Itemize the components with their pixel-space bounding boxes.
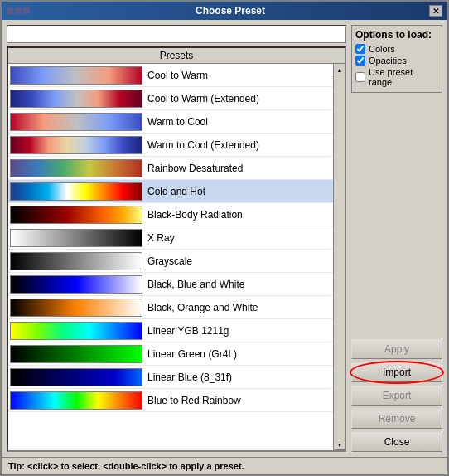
preset-item-rainbow-desaturated[interactable]: Rainbow Desaturated (8, 157, 333, 180)
left-panel: Presets Cool to WarmCool to Warm (Extend… (7, 25, 346, 452)
apply-button[interactable]: Apply (351, 339, 442, 359)
list-with-scroll: Cool to WarmCool to Warm (Extended)Warm … (8, 64, 345, 450)
preset-item-cold-and-hot[interactable]: Cold and Hot (8, 180, 333, 203)
use-preset-range-label: Use preset range (369, 67, 438, 87)
presets-header-label: Presets (12, 50, 341, 61)
preset-label-warm-to-cool: Warm to Cool (147, 116, 208, 128)
preset-gradient-black-body-radiation (10, 206, 142, 224)
remove-button[interactable]: Remove (351, 409, 442, 429)
preset-item-x-ray[interactable]: X Ray (8, 226, 333, 250)
scroll-up-button[interactable]: ▲ (334, 64, 345, 75)
buttons-section: Apply Import Export Remove Close (351, 339, 442, 452)
preset-label-black-orange-white: Black, Orange and White (147, 302, 258, 313)
preset-item-black-body-radiation[interactable]: Black-Body Radiation (8, 203, 333, 226)
preset-item-warm-to-cool-extended[interactable]: Warm to Cool (Extended) (8, 134, 333, 157)
window-title: Choose Preset (31, 5, 429, 17)
tip-bold: Tip: <click> to select, <double-click> t… (8, 461, 244, 471)
tip-bar: Tip: <click> to select, <double-click> t… (2, 457, 447, 474)
opacities-checkbox[interactable] (355, 56, 365, 66)
preset-label-black-body-radiation: Black-Body Radiation (147, 209, 243, 221)
preset-label-blue-to-red-rainbow: Blue to Red Rainbow (147, 395, 241, 406)
colors-checkbox-row: Colors (355, 44, 438, 54)
preset-item-linear-green-gr4l[interactable]: Linear Green (Gr4L) (8, 342, 333, 366)
title-bar: Choose Preset ✕ (2, 2, 447, 20)
preset-label-black-blue-white: Black, Blue and White (147, 279, 244, 290)
preset-item-grayscale[interactable]: Grayscale (8, 250, 333, 273)
presets-list-container: Presets Cool to WarmCool to Warm (Extend… (7, 46, 346, 452)
preset-gradient-cold-and-hot (10, 182, 142, 201)
import-button[interactable]: Import (351, 362, 442, 382)
preset-gradient-rainbow-desaturated (10, 159, 142, 177)
colors-label: Colors (369, 44, 395, 54)
options-title: Options to load: (355, 29, 438, 41)
preset-item-cool-to-warm[interactable]: Cool to Warm (8, 64, 333, 87)
preset-item-blue-to-red-rainbow[interactable]: Blue to Red Rainbow (8, 389, 333, 412)
preset-item-linear-ygb-1211g[interactable]: Linear YGB 1211g (8, 319, 333, 342)
preset-gradient-black-orange-white (10, 299, 142, 317)
title-bar-icons (7, 7, 30, 14)
preset-item-black-blue-white[interactable]: Black, Blue and White (8, 273, 333, 296)
use-preset-range-checkbox-row: Use preset range (355, 67, 438, 87)
close-button[interactable]: Close (351, 432, 442, 452)
colors-checkbox[interactable] (355, 44, 365, 54)
use-preset-range-checkbox[interactable] (355, 72, 365, 82)
preset-gradient-linear-green-gr4l (10, 345, 142, 363)
close-window-button[interactable]: ✕ (429, 5, 442, 17)
scroll-down-button[interactable]: ▼ (334, 439, 345, 450)
preset-label-x-ray: X Ray (147, 232, 175, 244)
preset-label-cool-to-warm: Cool to Warm (147, 70, 208, 81)
preset-label-grayscale: Grayscale (147, 255, 192, 267)
preset-item-cool-to-warm-extended[interactable]: Cool to Warm (Extended) (8, 87, 333, 110)
choose-preset-window: Choose Preset ✕ Presets Cool to WarmCool… (0, 0, 449, 476)
preset-gradient-cool-to-warm-extended (10, 90, 142, 108)
scrollbar[interactable]: ▲ ▼ (333, 64, 345, 450)
scroll-track (334, 75, 345, 439)
preset-gradient-x-ray (10, 229, 142, 247)
export-button[interactable]: Export (351, 386, 442, 406)
preset-label-warm-to-cool-extended: Warm to Cool (Extended) (147, 139, 259, 151)
tip-text: Tip: <click> to select, <double-click> t… (8, 461, 244, 471)
preset-label-linear-green-gr4l: Linear Green (Gr4L) (147, 348, 237, 360)
preset-gradient-linear-ygb-1211g (10, 322, 142, 340)
main-content: Presets Cool to WarmCool to Warm (Extend… (2, 20, 447, 457)
preset-label-linear-ygb-1211g: Linear YGB 1211g (147, 325, 229, 337)
preset-label-cool-to-warm-extended: Cool to Warm (Extended) (147, 93, 259, 104)
search-input[interactable] (7, 25, 346, 43)
preset-gradient-cool-to-warm (10, 66, 142, 85)
title-icon-3 (23, 7, 30, 14)
options-section: Options to load: Colors Opacities Use pr… (351, 25, 442, 93)
right-panel: Options to load: Colors Opacities Use pr… (351, 25, 442, 452)
preset-gradient-warm-to-cool-extended (10, 136, 142, 154)
preset-gradient-black-blue-white (10, 275, 142, 294)
preset-gradient-warm-to-cool (10, 113, 142, 131)
title-icon-1 (7, 7, 13, 14)
preset-label-cold-and-hot: Cold and Hot (147, 186, 205, 197)
title-icon-2 (15, 7, 22, 14)
preset-label-linear-blue-8-31f: Linear Blue (8_31f) (147, 372, 232, 383)
preset-item-warm-to-cool[interactable]: Warm to Cool (8, 110, 333, 134)
preset-item-linear-blue-8-31f[interactable]: Linear Blue (8_31f) (8, 366, 333, 389)
preset-label-rainbow-desaturated: Rainbow Desaturated (147, 163, 243, 174)
preset-item-black-orange-white[interactable]: Black, Orange and White (8, 296, 333, 319)
opacities-checkbox-row: Opacities (355, 56, 438, 66)
presets-list-body[interactable]: Cool to WarmCool to Warm (Extended)Warm … (8, 64, 333, 450)
preset-gradient-blue-to-red-rainbow (10, 391, 142, 410)
preset-gradient-linear-blue-8-31f (10, 368, 142, 386)
opacities-label: Opacities (369, 56, 407, 66)
preset-gradient-grayscale (10, 252, 142, 270)
presets-header: Presets (8, 48, 345, 64)
